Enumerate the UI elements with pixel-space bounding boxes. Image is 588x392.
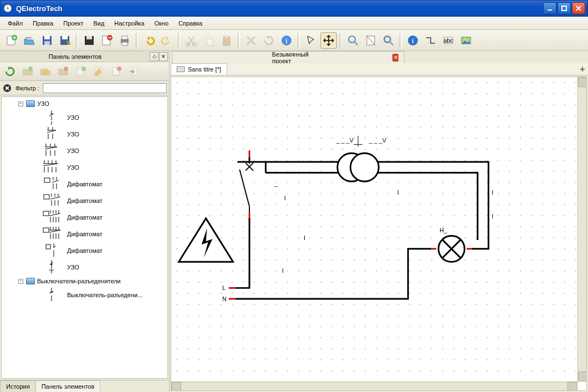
- tab-elements[interactable]: Панель элементов: [35, 380, 101, 392]
- print-button[interactable]: [116, 32, 133, 49]
- svg-point-41: [117, 67, 121, 71]
- reload-button[interactable]: [2, 64, 18, 79]
- zoom-button[interactable]: [345, 32, 361, 49]
- svg-rect-28: [385, 37, 390, 42]
- tree-item[interactable]: УЗО: [2, 142, 167, 159]
- menu-edit[interactable]: Правка: [28, 18, 58, 28]
- save-dark-button[interactable]: [81, 32, 98, 49]
- svg-rect-48: [46, 245, 50, 249]
- tree-item[interactable]: Дифавтомат: [2, 209, 167, 226]
- menu-file[interactable]: Файл: [3, 18, 27, 28]
- menu-settings[interactable]: Настройка: [110, 18, 149, 28]
- edit-element-button[interactable]: [91, 64, 106, 79]
- text-button[interactable]: abc: [440, 32, 457, 49]
- close-doc-button[interactable]: [99, 32, 115, 49]
- project-tab[interactable]: Безымянный проект ✕: [172, 51, 405, 63]
- info-button[interactable]: i: [278, 32, 295, 49]
- tree-folder-uzo[interactable]: − УЗО: [2, 98, 167, 109]
- import-button[interactable]: [126, 64, 142, 79]
- move-tool[interactable]: [320, 32, 337, 49]
- label-H: H_: [439, 227, 448, 233]
- svg-rect-1: [548, 9, 552, 11]
- tree-item[interactable]: Выключатель-разъедени...: [2, 287, 167, 303]
- label-v2: _ _ _V: [369, 137, 387, 144]
- tree-item[interactable]: Дифавтомат: [2, 242, 167, 259]
- image-button[interactable]: [458, 32, 474, 49]
- redo-button[interactable]: [158, 32, 175, 49]
- new-element-button[interactable]: [73, 64, 89, 79]
- conductor-button[interactable]: [422, 32, 439, 49]
- new-button[interactable]: [3, 32, 20, 49]
- close-button[interactable]: [572, 2, 585, 14]
- svg-point-35: [28, 67, 33, 71]
- svg-point-34: [463, 38, 466, 40]
- filter-input[interactable]: [43, 83, 167, 93]
- paste-button[interactable]: [218, 32, 235, 49]
- maximize-button[interactable]: [558, 2, 571, 14]
- delete-element-button[interactable]: [109, 64, 124, 79]
- delete-folder-button[interactable]: [55, 64, 71, 79]
- cut-button[interactable]: [183, 32, 200, 49]
- new-folder-button[interactable]: [20, 64, 35, 79]
- panel-float-button[interactable]: ◇: [150, 52, 158, 61]
- symbol-icon: [40, 260, 63, 274]
- svg-rect-7: [44, 41, 50, 45]
- tree-item[interactable]: Дифавтомат: [2, 192, 167, 209]
- panel-close-button[interactable]: ✕: [159, 52, 168, 61]
- svg-rect-16: [122, 42, 127, 45]
- vertical-scrollbar[interactable]: [577, 77, 586, 381]
- page-button[interactable]: [362, 32, 379, 49]
- svg-rect-2: [562, 6, 566, 11]
- symbol-icon: [40, 160, 63, 175]
- tree-folder-switches[interactable]: − Выключатели-разъеденители: [2, 276, 167, 287]
- select-tool[interactable]: [303, 32, 319, 49]
- minimize-button[interactable]: [543, 2, 556, 14]
- panel-bottom-tabs: История Панель элементов: [0, 380, 169, 392]
- svg-line-62: [239, 170, 249, 207]
- open-button[interactable]: [21, 32, 38, 49]
- rotate-button[interactable]: [260, 32, 277, 49]
- delete-button[interactable]: [243, 32, 259, 49]
- svg-text:I: I: [282, 267, 284, 274]
- svg-rect-9: [62, 36, 68, 39]
- canvas-viewport: L N _ _ _V _ _ _V H_ _ I I I I: [171, 77, 587, 391]
- svg-rect-45: [44, 195, 49, 199]
- tree-item[interactable]: УЗО: [2, 159, 167, 176]
- menu-project[interactable]: Проект: [59, 18, 88, 28]
- undo-button[interactable]: [141, 32, 157, 49]
- tree-item[interactable]: УЗО: [2, 259, 167, 276]
- copy-button[interactable]: [201, 32, 217, 49]
- svg-rect-46: [43, 211, 49, 216]
- tree-item[interactable]: УЗО: [2, 126, 167, 142]
- canvas[interactable]: L N _ _ _V _ _ _V H_ _ I I I I: [171, 77, 577, 381]
- tree-item[interactable]: УЗО: [2, 109, 167, 126]
- clear-filter-icon[interactable]: [2, 83, 12, 93]
- edit-folder-button[interactable]: [38, 64, 53, 79]
- tab-close-icon[interactable]: ✕: [392, 54, 398, 62]
- menu-help[interactable]: Справка: [174, 18, 207, 28]
- svg-text:I: I: [304, 235, 305, 241]
- symbol-icon: [40, 243, 63, 258]
- save-button[interactable]: [39, 32, 55, 49]
- menu-view[interactable]: Вид: [89, 18, 109, 28]
- svg-text:i: i: [285, 38, 287, 44]
- panel-toolbar: [0, 62, 169, 81]
- svg-rect-6: [44, 36, 50, 39]
- sheet-tab-bar: Sans titre [*] +: [170, 63, 588, 75]
- tab-history[interactable]: История: [0, 380, 36, 392]
- save-as-button[interactable]: [57, 32, 73, 49]
- tree-item[interactable]: Дифавтомат: [2, 226, 167, 242]
- fit-button[interactable]: [380, 32, 397, 49]
- horizontal-scrollbar[interactable]: [171, 381, 577, 390]
- about-button[interactable]: i: [405, 32, 421, 49]
- add-sheet-button[interactable]: +: [577, 63, 588, 75]
- tree-item[interactable]: Дифавтомат: [2, 176, 167, 192]
- symbol-icon: [40, 127, 63, 141]
- elements-tree[interactable]: − УЗО УЗО УЗО УЗО: [1, 96, 168, 379]
- symbol-icon: [40, 144, 63, 158]
- svg-point-49: [51, 264, 53, 266]
- symbol-icon: [40, 210, 63, 225]
- menu-window[interactable]: Окно: [150, 18, 173, 28]
- sheet-tab[interactable]: Sans titre [*]: [171, 63, 227, 75]
- app-icon: [3, 3, 13, 13]
